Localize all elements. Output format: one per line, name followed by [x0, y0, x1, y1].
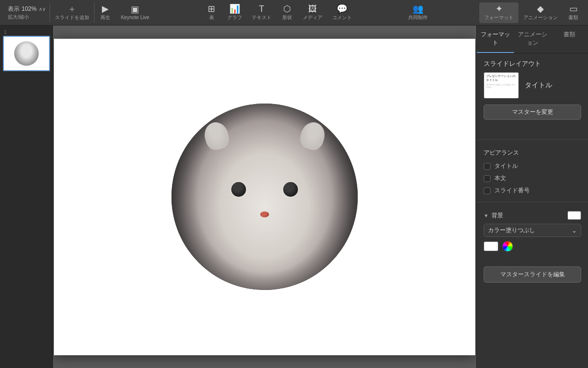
graph-icon: 📊: [229, 4, 240, 13]
text-label: テキスト: [252, 14, 271, 21]
tab-document[interactable]: 書類: [551, 26, 588, 53]
animation-icon: ◆: [537, 4, 544, 13]
slide-1-container: 1: [3, 29, 49, 71]
bg-type-chevron-icon: ⌄: [572, 227, 577, 234]
add-slide-button[interactable]: ＋ スライドを追加: [50, 2, 95, 23]
change-master-button[interactable]: マスターを変更: [484, 105, 581, 120]
ferret-eye-left: [231, 182, 246, 197]
divider-2: [477, 202, 588, 202]
divider-1: [477, 139, 588, 140]
slide-thumb-image: [14, 41, 39, 66]
checkbox-row-body: 本文: [477, 172, 588, 184]
toolbar: 表示 102% ∧∨ 拡大/縮小 ＋ スライドを追加 ▶ 再生 ▣ Keynot…: [0, 0, 588, 26]
graph-label: グラフ: [227, 14, 242, 21]
play-button[interactable]: ▶ 再生: [95, 2, 116, 23]
main-area: 1 フォーマット アニメー: [0, 26, 588, 368]
ferret-circle-image[interactable]: [172, 104, 358, 290]
table-button[interactable]: ⊞ 表: [201, 2, 222, 23]
bg-section-header: ▼ 背景: [484, 211, 581, 220]
background-section: ▼ 背景 カラー塗りつぶし ⌄: [477, 207, 588, 261]
checkbox-row-slide-num: スライド番号: [477, 184, 588, 197]
checkbox-slide-num-label: スライド番号: [494, 186, 530, 195]
slide-thumb-inner: [4, 37, 49, 70]
checkbox-row-title: タイトル: [477, 160, 588, 172]
ferret-ear-right: [297, 120, 327, 153]
bg-type-label: カラー塗りつぶし: [488, 226, 535, 235]
table-icon: ⊞: [208, 4, 215, 13]
master-preview-thumb: プレゼンテーションのタイトル サブタイトルをここに入力してください: [484, 72, 519, 99]
master-thumb-body: サブタイトルをここに入力してください: [486, 83, 516, 88]
chevron-down-icon[interactable]: ▼: [484, 213, 489, 218]
shape-button[interactable]: ⬡ 形状: [276, 2, 298, 23]
tab-animation[interactable]: アニメーション: [514, 26, 551, 53]
format-icon: ✦: [495, 4, 503, 13]
zoom-arrows-icon[interactable]: ∧∨: [39, 6, 46, 12]
shape-label: 形状: [282, 14, 292, 21]
zoom-label: 表示: [8, 5, 20, 13]
add-slide-label: スライドを追加: [55, 14, 89, 21]
color-swatch-white[interactable]: [484, 241, 498, 251]
document-icon: ▭: [569, 4, 578, 13]
play-icon: ▶: [102, 4, 109, 13]
checkbox-body[interactable]: [484, 175, 490, 182]
checkbox-body-label: 本文: [494, 174, 506, 183]
comment-label: コメント: [332, 14, 352, 21]
appearance-title: アピアランス: [477, 145, 588, 160]
master-thumb-title: プレゼンテーションのタイトル: [486, 75, 516, 82]
canvas-area[interactable]: [53, 26, 476, 368]
keynote-live-icon: ▣: [131, 5, 139, 14]
master-preview-section: プレゼンテーションのタイトル サブタイトルをここに入力してください タイトル マ…: [477, 72, 588, 134]
media-button[interactable]: 🖼 メディア: [298, 2, 327, 23]
checkbox-slide-num[interactable]: [484, 187, 490, 194]
color-row: [484, 241, 581, 252]
keynote-live-button[interactable]: ▣ Keynote Live: [116, 3, 154, 22]
shape-icon: ⬡: [283, 4, 291, 13]
master-preview-row: プレゼンテーションのタイトル サブタイトルをここに入力してください タイトル: [484, 72, 581, 99]
animation-label: アニメーション: [523, 14, 558, 21]
bg-label-text: 背景: [491, 211, 503, 220]
media-icon: 🖼: [308, 4, 317, 13]
bg-color-swatch[interactable]: [567, 211, 581, 220]
panel-section-title: スライドレイアウト: [477, 53, 588, 72]
animation-button[interactable]: ◆ アニメーション: [518, 2, 563, 23]
comment-button[interactable]: 💬 コメント: [327, 2, 357, 23]
collab-label: 共同制作: [408, 14, 428, 21]
tab-format[interactable]: フォーマット: [477, 26, 514, 53]
media-label: メディア: [303, 14, 322, 21]
view-sublabel: 拡大/縮小: [8, 14, 29, 21]
slide-panel: 1: [0, 26, 53, 368]
right-panel: フォーマット アニメーション 書類 スライドレイアウト プレゼンテーションのタイ…: [476, 26, 588, 368]
table-label: 表: [209, 14, 214, 21]
ferret-eye-right: [283, 182, 298, 197]
collab-button[interactable]: 👥 共同制作: [403, 2, 433, 23]
document-label: 書類: [568, 14, 578, 21]
comment-icon: 💬: [337, 4, 347, 13]
text-icon: T: [259, 4, 264, 13]
slide-number: 1: [3, 29, 49, 35]
graph-button[interactable]: 📊 グラフ: [222, 2, 247, 23]
view-controls[interactable]: 表示 102% ∧∨ 拡大/縮小: [4, 4, 50, 22]
format-label: フォーマット: [484, 14, 514, 21]
ferret-face: [172, 104, 358, 290]
edit-master-button[interactable]: マスタースライドを編集: [484, 266, 581, 283]
checkbox-title-label: タイトル: [494, 162, 518, 170]
play-label: 再生: [100, 14, 110, 21]
keynote-live-label: Keynote Live: [121, 15, 149, 20]
bg-label: ▼ 背景: [484, 211, 503, 220]
zoom-value: 102%: [22, 5, 37, 12]
text-button[interactable]: T テキスト: [247, 2, 276, 23]
bg-type-select[interactable]: カラー塗りつぶし ⌄: [484, 224, 581, 237]
slide-1-thumbnail[interactable]: [3, 36, 50, 71]
panel-tab-bar: フォーマット アニメーション 書類: [477, 26, 588, 53]
slide-canvas[interactable]: [54, 39, 475, 355]
add-slide-icon: ＋: [68, 4, 76, 13]
color-wheel-icon[interactable]: [502, 241, 513, 252]
ferret-nose: [260, 211, 269, 217]
checkbox-title[interactable]: [484, 163, 490, 170]
format-button[interactable]: ✦ フォーマット: [479, 2, 518, 23]
ferret-ear-left: [202, 120, 232, 153]
collab-icon: 👥: [413, 4, 423, 13]
master-title-text: タイトル: [525, 81, 552, 90]
document-button[interactable]: ▭ 書類: [563, 2, 584, 23]
